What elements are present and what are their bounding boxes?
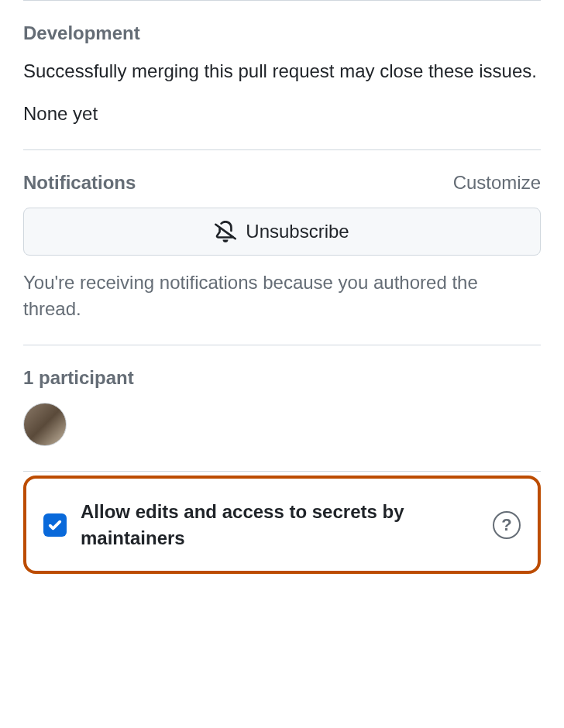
customize-link[interactable]: Customize	[453, 172, 541, 194]
notifications-reason: You're receiving notifications because y…	[23, 270, 541, 324]
development-header: Development	[23, 22, 541, 44]
divider	[23, 471, 541, 472]
notifications-header: Notifications Customize	[23, 172, 541, 194]
development-title: Development	[23, 22, 140, 44]
maintainer-edits-box: Allow edits and access to secrets by mai…	[23, 476, 541, 574]
participants-title: 1 participant	[23, 367, 541, 389]
unsubscribe-label: Unsubscribe	[246, 221, 349, 242]
bell-slash-icon	[215, 221, 236, 242]
allow-edits-label: Allow edits and access to secrets by mai…	[81, 499, 479, 551]
avatar[interactable]	[23, 403, 67, 446]
help-question-mark: ?	[501, 515, 511, 535]
allow-edits-checkbox[interactable]	[43, 513, 67, 537]
participants-section: 1 participant	[23, 345, 541, 471]
notifications-title: Notifications	[23, 172, 136, 194]
development-section: Development Successfully merging this pu…	[23, 1, 541, 149]
development-description: Successfully merging this pull request m…	[23, 58, 541, 85]
notifications-section: Notifications Customize Unsubscribe You'…	[23, 150, 541, 345]
checkmark-icon	[47, 517, 63, 533]
unsubscribe-button[interactable]: Unsubscribe	[23, 208, 541, 256]
help-icon[interactable]: ?	[493, 511, 521, 539]
development-empty-state: None yet	[23, 101, 541, 128]
